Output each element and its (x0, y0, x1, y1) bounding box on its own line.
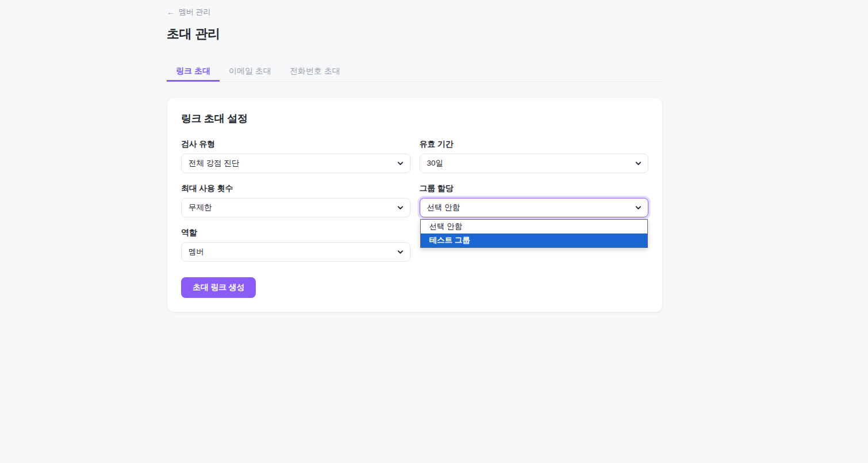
back-arrow-icon: ← (167, 8, 175, 16)
tab-phone-invite[interactable]: 전화번호 초대 (281, 60, 349, 82)
tab-link-invite[interactable]: 링크 초대 (167, 60, 220, 82)
settings-form: 검사 유형 전체 강점 진단 유효 기간 30일 (181, 139, 648, 262)
back-link-label: 멤버 관리 (179, 7, 211, 17)
group-assignment-value: 선택 안함 (427, 198, 460, 217)
group-assignment-label: 그룹 할당 (420, 183, 649, 194)
test-type-select[interactable]: 전체 강점 진단 (181, 154, 410, 173)
max-uses-label: 최대 사용 횟수 (181, 183, 410, 194)
field-test-type: 검사 유형 전체 강점 진단 (181, 139, 410, 173)
tab-email-invite[interactable]: 이메일 초대 (220, 60, 281, 82)
create-invite-link-button[interactable]: 초대 링크 생성 (181, 277, 256, 298)
field-role: 역할 멤버 (181, 228, 410, 262)
invite-tabs: 링크 초대 이메일 초대 전화번호 초대 (167, 60, 663, 82)
main-content: ← 멤버 관리 초대 관리 링크 초대 이메일 초대 전화번호 초대 링크 초대… (167, 7, 663, 312)
test-type-label: 검사 유형 (181, 139, 410, 150)
role-label: 역할 (181, 228, 410, 238)
group-assignment-select[interactable]: 선택 안함 (420, 198, 649, 217)
card-title: 링크 초대 설정 (181, 112, 648, 125)
link-invite-settings-card: 링크 초대 설정 검사 유형 전체 강점 진단 유효 기간 (167, 97, 663, 312)
group-assignment-dropdown: 선택 안함 테스트 그룹 (420, 219, 648, 248)
back-to-members-link[interactable]: ← 멤버 관리 (167, 7, 211, 17)
field-max-uses: 최대 사용 횟수 무제한 (181, 183, 410, 217)
invitation-management-page: ← 멤버 관리 초대 관리 링크 초대 이메일 초대 전화번호 초대 링크 초대… (0, 0, 868, 463)
field-group-assignment: 그룹 할당 선택 안함 선택 안함 테스트 그룹 (420, 183, 649, 217)
validity-select[interactable]: 30일 (420, 154, 649, 173)
page-title: 초대 관리 (167, 25, 663, 43)
field-validity: 유효 기간 30일 (420, 139, 649, 173)
dropdown-option-none[interactable]: 선택 안함 (421, 220, 648, 234)
role-select[interactable]: 멤버 (181, 242, 410, 262)
max-uses-select[interactable]: 무제한 (181, 198, 410, 217)
validity-label: 유효 기간 (420, 139, 649, 150)
dropdown-option-test-group[interactable]: 테스트 그룹 (421, 234, 648, 247)
